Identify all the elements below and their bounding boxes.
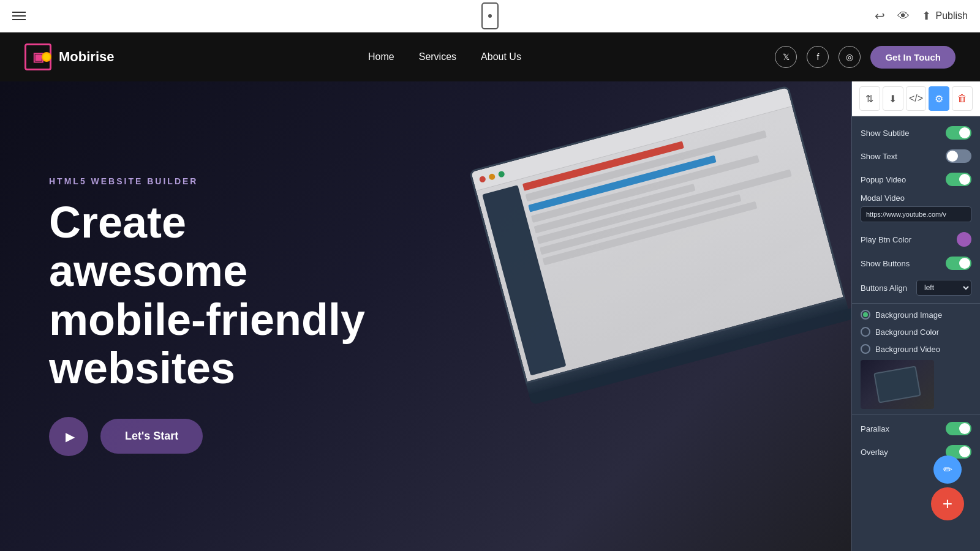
instagram-icon[interactable]: ◎ bbox=[839, 46, 861, 68]
bg-video-radio bbox=[861, 344, 870, 354]
popup-video-label: Popup Video bbox=[861, 175, 906, 184]
logo-text: Mobirise bbox=[59, 49, 114, 65]
modal-video-label: Modal Video bbox=[861, 193, 971, 203]
preview-icon[interactable]: 👁 bbox=[897, 9, 910, 23]
preview-area: ▣ Mobirise Home Services About Us 𝕏 f ◎ … bbox=[0, 32, 980, 551]
play-btn-color-row: Play Btn Color bbox=[852, 227, 980, 252]
upload-icon: ⬆ bbox=[922, 9, 931, 23]
site-nav: Home Services About Us bbox=[368, 51, 521, 62]
parallax-toggle[interactable] bbox=[946, 422, 971, 435]
bg-image-radio bbox=[861, 310, 870, 320]
panel-content: Show Subtitle Show Text Popu bbox=[852, 116, 980, 551]
bg-thumbnail bbox=[861, 360, 934, 409]
top-toolbar: ↩ 👁 ⬆ Publish bbox=[0, 0, 980, 32]
get-in-touch-button[interactable]: Get In Touch bbox=[870, 46, 956, 69]
phone-preview-icon[interactable] bbox=[481, 2, 499, 29]
parallax-label: Parallax bbox=[861, 424, 889, 433]
toolbar-right: ↩ 👁 ⬆ Publish bbox=[875, 9, 968, 23]
modal-video-input[interactable] bbox=[861, 206, 971, 222]
buttons-align-row: Buttons Align left center right bbox=[852, 275, 980, 301]
parallax-row: Parallax bbox=[852, 417, 980, 440]
overlay-label: Overlay bbox=[861, 448, 888, 457]
nav-item-home[interactable]: Home bbox=[368, 51, 394, 62]
show-buttons-row: Show Buttons bbox=[852, 252, 980, 275]
panel-sort-button[interactable]: ⇅ bbox=[859, 86, 880, 111]
modal-video-section: Modal Video bbox=[852, 191, 980, 227]
bg-video-option[interactable]: Background Video bbox=[852, 340, 980, 358]
hero-buttons: Let's Start bbox=[49, 417, 368, 456]
show-subtitle-row: Show Subtitle bbox=[852, 121, 980, 144]
hero-section: HTML5 WEBSITE BUILDER Create awesome mob… bbox=[0, 81, 980, 551]
overlay-row: Overlay bbox=[852, 440, 980, 463]
show-buttons-label: Show Buttons bbox=[861, 259, 910, 268]
site-logo: ▣ Mobirise bbox=[24, 43, 114, 70]
show-text-row: Show Text bbox=[852, 144, 980, 168]
bg-color-radio bbox=[861, 327, 870, 337]
logo-icon: ▣ bbox=[24, 43, 51, 70]
buttons-align-label: Buttons Align bbox=[861, 283, 907, 293]
panel-toolbar: ⇅ ⬇ </> ⚙ 🗑 bbox=[852, 81, 980, 116]
twitter-icon[interactable]: 𝕏 bbox=[775, 46, 797, 68]
hero-subtitle: HTML5 WEBSITE BUILDER bbox=[49, 176, 368, 186]
show-text-toggle[interactable] bbox=[946, 149, 971, 163]
bg-thumbnail-laptop bbox=[873, 365, 921, 403]
toolbar-center bbox=[481, 2, 499, 29]
fab-add-button[interactable]: + bbox=[931, 487, 964, 520]
panel-settings-button[interactable]: ⚙ bbox=[929, 86, 949, 111]
show-buttons-toggle[interactable] bbox=[946, 257, 971, 270]
site-navbar: ▣ Mobirise Home Services About Us 𝕏 f ◎ … bbox=[0, 32, 980, 81]
show-subtitle-toggle[interactable] bbox=[946, 126, 971, 140]
play-button[interactable] bbox=[49, 417, 88, 456]
show-text-label: Show Text bbox=[861, 152, 897, 161]
popup-video-toggle[interactable] bbox=[946, 173, 971, 186]
show-subtitle-label: Show Subtitle bbox=[861, 129, 910, 138]
undo-icon[interactable]: ↩ bbox=[875, 9, 885, 23]
buttons-align-select[interactable]: left center right bbox=[916, 280, 971, 296]
publish-button[interactable]: ⬆ Publish bbox=[922, 9, 968, 23]
site-nav-right: 𝕏 f ◎ Get In Touch bbox=[775, 46, 956, 69]
bg-color-option[interactable]: Background Color bbox=[852, 323, 980, 340]
right-panel: ⇅ ⬇ </> ⚙ 🗑 Show Subtitle Show bbox=[851, 81, 980, 551]
panel-divider-2 bbox=[852, 414, 980, 414]
popup-video-row: Popup Video bbox=[852, 168, 980, 191]
nav-item-services[interactable]: Services bbox=[419, 51, 456, 62]
panel-divider-1 bbox=[852, 303, 980, 304]
bg-color-label: Background Color bbox=[875, 328, 939, 337]
hero-content: HTML5 WEBSITE BUILDER Create awesome mob… bbox=[0, 176, 368, 456]
panel-download-button[interactable]: ⬇ bbox=[883, 86, 903, 111]
fab-edit-button[interactable]: ✏ bbox=[933, 455, 962, 484]
panel-code-button[interactable]: </> bbox=[906, 86, 927, 111]
facebook-icon[interactable]: f bbox=[807, 46, 829, 68]
bg-image-option[interactable]: Background Image bbox=[852, 306, 980, 323]
hamburger-icon[interactable] bbox=[12, 12, 26, 20]
nav-item-about[interactable]: About Us bbox=[481, 51, 521, 62]
hero-title: Create awesome mobile-friendly websites bbox=[49, 198, 368, 392]
bg-video-label: Background Video bbox=[875, 345, 940, 354]
toolbar-left bbox=[12, 12, 26, 20]
panel-delete-button[interactable]: 🗑 bbox=[952, 86, 973, 111]
lets-start-button[interactable]: Let's Start bbox=[100, 419, 203, 454]
play-btn-color-label: Play Btn Color bbox=[861, 235, 911, 244]
bg-image-label: Background Image bbox=[875, 310, 942, 320]
play-btn-color-swatch[interactable] bbox=[957, 232, 971, 247]
